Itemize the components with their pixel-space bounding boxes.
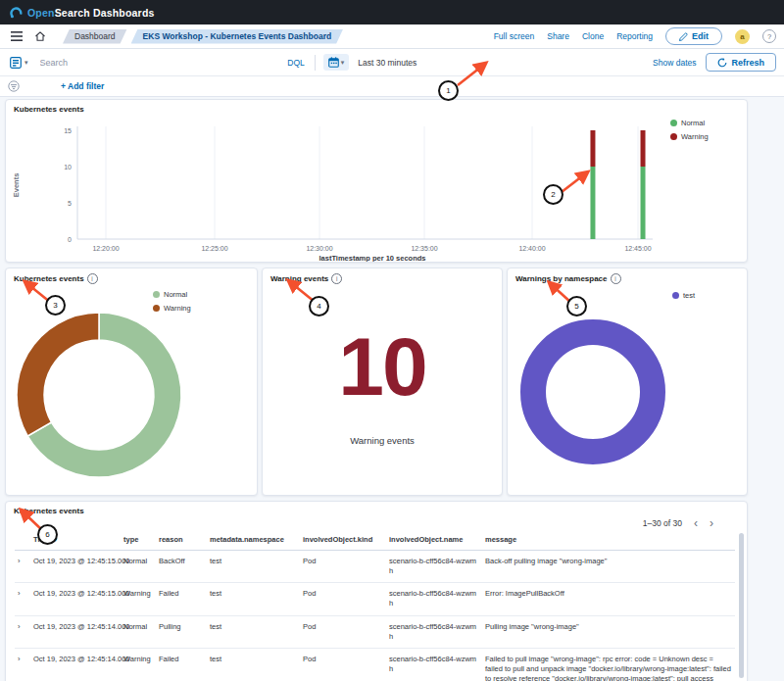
row-expand-icon[interactable]: › xyxy=(15,551,30,583)
annotation-circle-6: 6 xyxy=(37,524,58,545)
query-bar: ▾ DQL ▾ Last 30 minutes Show dates xyxy=(0,49,784,76)
panel-title: Kubernetes events xyxy=(14,105,84,114)
cell-namespace: test xyxy=(207,615,300,648)
row-expand-icon[interactable]: › xyxy=(15,615,30,648)
svg-text:0: 0 xyxy=(68,236,72,243)
legend-item-normal[interactable]: Normal xyxy=(153,290,191,299)
table-pagination: 1–30 of 30 ‹ › xyxy=(643,517,713,529)
cell-time: Oct 19, 2023 @ 12:45:15.000 xyxy=(30,551,121,583)
reporting-link[interactable]: Reporting xyxy=(616,31,653,41)
date-picker-button[interactable]: ▾ xyxy=(323,54,350,71)
home-icon[interactable] xyxy=(31,27,49,45)
avatar[interactable]: a xyxy=(735,29,750,44)
breadcrumb: Dashboard EKS Workshop - Kubernetes Even… xyxy=(63,29,343,44)
time-range-value[interactable]: Last 30 minutes xyxy=(358,58,416,68)
saved-query-menu[interactable]: ▾ xyxy=(6,57,32,69)
chevron-down-icon: ▾ xyxy=(24,59,28,67)
namespace-legend: test xyxy=(672,291,695,300)
edit-button[interactable]: Edit xyxy=(665,27,722,45)
opensearch-logo[interactable]: OpenSearchDashboards xyxy=(10,6,155,19)
test-namespace-dot xyxy=(672,292,679,299)
events-histogram-chart[interactable]: 05101512:20:0012:25:0012:30:0012:35:0012… xyxy=(6,100,747,262)
cell-name: scenario-b-cff56c84-wzwmh xyxy=(386,648,482,681)
cell-reason: Failed xyxy=(156,648,207,681)
svg-text:12:40:00: 12:40:00 xyxy=(518,245,545,252)
column-header-type[interactable]: type xyxy=(121,531,156,551)
cell-namespace: test xyxy=(207,648,300,681)
menu-hamburger-icon[interactable] xyxy=(8,27,25,45)
annotation-circle-3: 3 xyxy=(45,295,66,316)
column-header-kind[interactable]: involvedObject.kind xyxy=(300,531,386,551)
column-header-reason[interactable]: reason xyxy=(156,531,207,551)
cell-reason: Pulling xyxy=(156,615,207,648)
next-page-icon[interactable]: › xyxy=(710,517,713,529)
warning-dot xyxy=(670,133,677,140)
panel-kubernetes-events-histogram: Kubernetes events 05101512:20:0012:25:00… xyxy=(5,99,748,263)
opensearch-logo-icon xyxy=(10,6,23,19)
refresh-button[interactable]: Refresh xyxy=(706,53,776,72)
cell-message: Back-off pulling image "wrong-image" xyxy=(482,551,735,583)
panel-warnings-by-namespace: Warnings by namespacei test xyxy=(507,268,748,496)
filter-bar: + Add filter xyxy=(0,76,784,97)
svg-text:12:25:00: 12:25:00 xyxy=(201,245,227,252)
row-expand-icon[interactable]: › xyxy=(15,583,30,615)
table-header-row: Time▼ type reason metadata.namespace inv… xyxy=(15,531,735,551)
cell-type: Warning xyxy=(121,648,156,681)
help-icon[interactable]: ? xyxy=(762,29,776,43)
refresh-icon xyxy=(717,58,727,68)
annotation-circle-2: 2 xyxy=(543,184,564,205)
table-row: ›Oct 19, 2023 @ 12:45:15.000NormalBackOf… xyxy=(15,551,735,583)
separator xyxy=(315,55,316,71)
clone-link[interactable]: Clone xyxy=(582,31,604,41)
table-scrollbar[interactable] xyxy=(739,533,744,678)
column-header-message[interactable]: message xyxy=(482,531,735,551)
table-row: ›Oct 19, 2023 @ 12:45:15.000WarningFaile… xyxy=(15,583,735,615)
breadcrumb-current-dashboard[interactable]: EKS Workshop - Kubernetes Events Dashboa… xyxy=(131,29,344,44)
dql-selector[interactable]: DQL xyxy=(287,58,304,68)
svg-text:15: 15 xyxy=(64,127,72,134)
pagination-range: 1–30 of 30 xyxy=(643,518,682,528)
legend-item-warning[interactable]: Warning xyxy=(670,132,709,141)
legend-item-test[interactable]: test xyxy=(672,291,695,300)
cell-time: Oct 19, 2023 @ 12:45:14.000 xyxy=(30,648,121,681)
legend-item-normal[interactable]: Normal xyxy=(670,119,709,127)
warning-dot xyxy=(153,305,160,312)
info-icon[interactable]: i xyxy=(611,273,621,284)
add-filter-link[interactable]: + Add filter xyxy=(61,81,104,91)
row-expand-icon[interactable]: › xyxy=(15,648,30,681)
cell-reason: Failed xyxy=(156,583,207,615)
svg-text:lastTimestamp per 10 seconds: lastTimestamp per 10 seconds xyxy=(318,254,425,263)
legend-item-warning[interactable]: Warning xyxy=(153,304,191,313)
pencil-icon xyxy=(679,32,688,41)
column-header-name[interactable]: involvedObject.name xyxy=(386,531,482,551)
normal-dot xyxy=(153,291,160,298)
svg-text:12:45:00: 12:45:00 xyxy=(624,245,651,252)
cell-type: Warning xyxy=(121,583,156,615)
donut-legend: Normal Warning xyxy=(153,290,191,313)
previous-page-icon[interactable]: ‹ xyxy=(694,517,698,529)
breadcrumb-dashboard[interactable]: Dashboard xyxy=(63,29,127,44)
cell-kind: Pod xyxy=(300,551,386,583)
cell-type: Normal xyxy=(121,551,156,583)
show-dates-link[interactable]: Show dates xyxy=(653,58,696,68)
table-row: ›Oct 19, 2023 @ 12:45:14.000WarningFaile… xyxy=(15,648,735,681)
saved-query-icon xyxy=(10,57,22,69)
filter-icon[interactable] xyxy=(8,80,20,92)
cell-namespace: test xyxy=(207,551,300,583)
svg-text:12:30:00: 12:30:00 xyxy=(306,245,332,252)
column-header-namespace[interactable]: metadata.namespace xyxy=(207,531,300,551)
cell-message: Pulling image "wrong-image" xyxy=(482,615,735,648)
annotation-circle-4: 4 xyxy=(309,296,329,316)
cell-name: scenario-b-cff56c84-wzwmh xyxy=(386,615,482,648)
search-input[interactable] xyxy=(38,57,278,69)
panel-kubernetes-events-table: Kubernetes events 1–30 of 30 ‹ › Time▼ t… xyxy=(5,501,748,681)
opensearch-dashboards-page: OpenSearchDashboards Dashboard EKS Works… xyxy=(0,0,784,681)
annotation-circle-1: 1 xyxy=(438,80,459,101)
histogram-legend: Normal Warning xyxy=(670,119,709,141)
share-link[interactable]: Share xyxy=(547,31,569,41)
cell-namespace: test xyxy=(207,583,300,615)
info-icon[interactable]: i xyxy=(331,273,342,284)
full-screen-link[interactable]: Full screen xyxy=(494,31,535,41)
info-icon[interactable]: i xyxy=(87,273,98,284)
cell-time: Oct 19, 2023 @ 12:45:15.000 xyxy=(30,583,121,615)
